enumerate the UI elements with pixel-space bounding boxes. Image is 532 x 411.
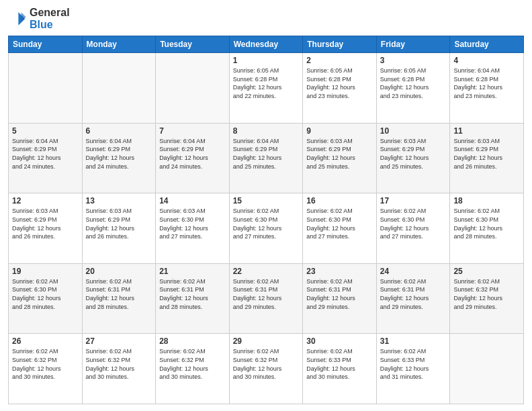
cell-info: Sunrise: 6:02 AM Sunset: 6:32 PM Dayligh…	[453, 277, 520, 311]
calendar-day-header: Saturday	[450, 36, 524, 53]
cell-info: Sunrise: 6:02 AM Sunset: 6:32 PM Dayligh…	[86, 347, 152, 381]
day-number: 8	[233, 126, 300, 136]
calendar-cell: 20Sunrise: 6:02 AM Sunset: 6:31 PM Dayli…	[82, 263, 156, 334]
calendar-cell: 9Sunrise: 6:03 AM Sunset: 6:29 PM Daylig…	[303, 123, 377, 193]
cell-info: Sunrise: 6:05 AM Sunset: 6:28 PM Dayligh…	[306, 66, 373, 100]
calendar-cell: 26Sunrise: 6:02 AM Sunset: 6:32 PM Dayli…	[9, 334, 83, 404]
day-number: 28	[159, 336, 226, 346]
cell-info: Sunrise: 6:03 AM Sunset: 6:29 PM Dayligh…	[453, 137, 520, 171]
calendar-cell: 18Sunrise: 6:02 AM Sunset: 6:30 PM Dayli…	[450, 193, 524, 264]
calendar-day-header: Wednesday	[229, 36, 303, 53]
calendar-cell	[156, 53, 230, 124]
logo-text: General Blue	[30, 7, 70, 30]
calendar-cell: 19Sunrise: 6:02 AM Sunset: 6:30 PM Dayli…	[9, 263, 83, 334]
calendar-cell: 23Sunrise: 6:02 AM Sunset: 6:31 PM Dayli…	[303, 263, 377, 334]
day-number: 3	[380, 56, 447, 65]
calendar-cell: 14Sunrise: 6:03 AM Sunset: 6:30 PM Dayli…	[156, 193, 230, 264]
day-number: 7	[159, 126, 226, 136]
cell-info: Sunrise: 6:02 AM Sunset: 6:32 PM Dayligh…	[159, 347, 226, 381]
calendar-cell: 21Sunrise: 6:02 AM Sunset: 6:31 PM Dayli…	[156, 263, 230, 334]
cell-info: Sunrise: 6:02 AM Sunset: 6:30 PM Dayligh…	[306, 207, 373, 240]
logo-icon	[8, 9, 27, 28]
cell-info: Sunrise: 6:02 AM Sunset: 6:32 PM Dayligh…	[12, 347, 79, 381]
cell-info: Sunrise: 6:02 AM Sunset: 6:32 PM Dayligh…	[233, 347, 300, 381]
day-number: 26	[12, 336, 79, 346]
day-number: 16	[306, 196, 373, 205]
day-number: 9	[306, 126, 373, 136]
day-number: 22	[233, 267, 300, 276]
calendar-cell: 17Sunrise: 6:02 AM Sunset: 6:30 PM Dayli…	[376, 193, 450, 264]
calendar-cell: 5Sunrise: 6:04 AM Sunset: 6:29 PM Daylig…	[9, 123, 83, 193]
calendar-cell	[9, 53, 83, 124]
calendar-cell: 2Sunrise: 6:05 AM Sunset: 6:28 PM Daylig…	[303, 53, 377, 124]
calendar-cell	[450, 334, 524, 404]
calendar-cell: 24Sunrise: 6:02 AM Sunset: 6:31 PM Dayli…	[376, 263, 450, 334]
cell-info: Sunrise: 6:03 AM Sunset: 6:30 PM Dayligh…	[159, 207, 226, 240]
day-number: 20	[86, 267, 152, 276]
day-number: 18	[453, 196, 520, 205]
cell-info: Sunrise: 6:02 AM Sunset: 6:30 PM Dayligh…	[12, 277, 79, 311]
cell-info: Sunrise: 6:04 AM Sunset: 6:29 PM Dayligh…	[86, 137, 152, 171]
day-number: 2	[306, 56, 373, 65]
calendar-cell: 27Sunrise: 6:02 AM Sunset: 6:32 PM Dayli…	[82, 334, 156, 404]
cell-info: Sunrise: 6:02 AM Sunset: 6:31 PM Dayligh…	[380, 277, 447, 311]
calendar-week-row: 1Sunrise: 6:05 AM Sunset: 6:28 PM Daylig…	[9, 53, 524, 124]
day-number: 4	[453, 56, 520, 65]
calendar-cell	[82, 53, 156, 124]
calendar-cell: 4Sunrise: 6:04 AM Sunset: 6:28 PM Daylig…	[450, 53, 524, 124]
day-number: 17	[380, 196, 447, 205]
calendar-cell: 11Sunrise: 6:03 AM Sunset: 6:29 PM Dayli…	[450, 123, 524, 193]
cell-info: Sunrise: 6:02 AM Sunset: 6:33 PM Dayligh…	[380, 347, 447, 381]
calendar-day-header: Tuesday	[156, 36, 230, 53]
calendar-cell: 15Sunrise: 6:02 AM Sunset: 6:30 PM Dayli…	[229, 193, 303, 264]
cell-info: Sunrise: 6:02 AM Sunset: 6:31 PM Dayligh…	[233, 277, 300, 311]
cell-info: Sunrise: 6:05 AM Sunset: 6:28 PM Dayligh…	[380, 66, 447, 100]
cell-info: Sunrise: 6:04 AM Sunset: 6:29 PM Dayligh…	[12, 137, 79, 171]
logo: General Blue	[8, 7, 70, 30]
day-number: 13	[86, 196, 152, 205]
calendar-cell: 29Sunrise: 6:02 AM Sunset: 6:32 PM Dayli…	[229, 334, 303, 404]
cell-info: Sunrise: 6:03 AM Sunset: 6:29 PM Dayligh…	[380, 137, 447, 171]
calendar-day-header: Friday	[376, 36, 450, 53]
day-number: 10	[380, 126, 447, 136]
day-number: 27	[86, 336, 152, 346]
cell-info: Sunrise: 6:03 AM Sunset: 6:29 PM Dayligh…	[306, 137, 373, 171]
cell-info: Sunrise: 6:02 AM Sunset: 6:30 PM Dayligh…	[233, 207, 300, 240]
calendar-cell: 16Sunrise: 6:02 AM Sunset: 6:30 PM Dayli…	[303, 193, 377, 264]
calendar-cell: 3Sunrise: 6:05 AM Sunset: 6:28 PM Daylig…	[376, 53, 450, 124]
calendar-cell: 1Sunrise: 6:05 AM Sunset: 6:28 PM Daylig…	[229, 53, 303, 124]
calendar-week-row: 26Sunrise: 6:02 AM Sunset: 6:32 PM Dayli…	[9, 334, 524, 404]
header: General Blue	[8, 7, 524, 30]
cell-info: Sunrise: 6:02 AM Sunset: 6:30 PM Dayligh…	[453, 207, 520, 240]
cell-info: Sunrise: 6:02 AM Sunset: 6:31 PM Dayligh…	[159, 277, 226, 311]
day-number: 21	[159, 267, 226, 276]
calendar-day-header: Sunday	[9, 36, 83, 53]
cell-info: Sunrise: 6:05 AM Sunset: 6:28 PM Dayligh…	[233, 66, 300, 100]
day-number: 25	[453, 267, 520, 276]
calendar-cell: 12Sunrise: 6:03 AM Sunset: 6:29 PM Dayli…	[9, 193, 83, 264]
calendar-day-header: Thursday	[303, 36, 377, 53]
cell-info: Sunrise: 6:04 AM Sunset: 6:29 PM Dayligh…	[159, 137, 226, 171]
calendar-cell: 8Sunrise: 6:04 AM Sunset: 6:29 PM Daylig…	[229, 123, 303, 193]
cell-info: Sunrise: 6:02 AM Sunset: 6:30 PM Dayligh…	[380, 207, 447, 240]
day-number: 15	[233, 196, 300, 205]
calendar-week-row: 5Sunrise: 6:04 AM Sunset: 6:29 PM Daylig…	[9, 123, 524, 193]
cell-info: Sunrise: 6:03 AM Sunset: 6:29 PM Dayligh…	[12, 207, 79, 240]
calendar-header-row: SundayMondayTuesdayWednesdayThursdayFrid…	[9, 36, 524, 53]
cell-info: Sunrise: 6:04 AM Sunset: 6:28 PM Dayligh…	[453, 66, 520, 100]
calendar-cell: 30Sunrise: 6:02 AM Sunset: 6:33 PM Dayli…	[303, 334, 377, 404]
calendar-cell: 7Sunrise: 6:04 AM Sunset: 6:29 PM Daylig…	[156, 123, 230, 193]
day-number: 5	[12, 126, 79, 136]
cell-info: Sunrise: 6:02 AM Sunset: 6:31 PM Dayligh…	[306, 277, 373, 311]
cell-info: Sunrise: 6:02 AM Sunset: 6:33 PM Dayligh…	[306, 347, 373, 381]
calendar-week-row: 12Sunrise: 6:03 AM Sunset: 6:29 PM Dayli…	[9, 193, 524, 264]
calendar-table: SundayMondayTuesdayWednesdayThursdayFrid…	[8, 36, 524, 404]
day-number: 30	[306, 336, 373, 346]
cell-info: Sunrise: 6:03 AM Sunset: 6:29 PM Dayligh…	[86, 207, 152, 240]
calendar-day-header: Monday	[82, 36, 156, 53]
day-number: 6	[86, 126, 152, 136]
calendar-cell: 10Sunrise: 6:03 AM Sunset: 6:29 PM Dayli…	[376, 123, 450, 193]
page: General Blue SundayMondayTuesdayWednesda…	[0, 0, 532, 411]
calendar-cell: 13Sunrise: 6:03 AM Sunset: 6:29 PM Dayli…	[82, 193, 156, 264]
day-number: 14	[159, 196, 226, 205]
